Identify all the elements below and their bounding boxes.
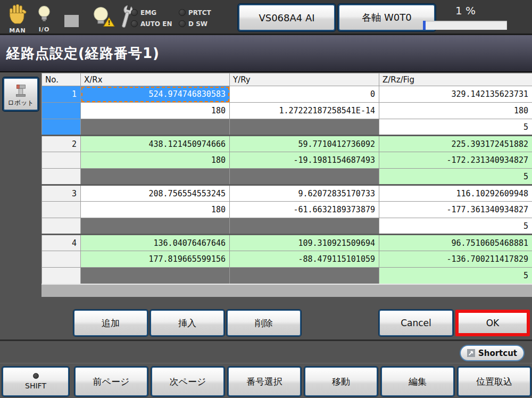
cell-y-g4-r2[interactable] <box>230 268 379 284</box>
led-panel: EMGPRTCTAUTO END SW <box>131 7 238 29</box>
row-number-cell[interactable]: 1 <box>42 86 81 103</box>
move-button[interactable]: 移動 <box>304 367 378 396</box>
prev-page-button[interactable]: 前ページ <box>74 367 148 396</box>
shortcut-button[interactable]: Shortcut <box>460 345 525 361</box>
insert-button[interactable]: 挿入 <box>150 310 225 336</box>
cell-z-g2-r1[interactable]: -172.231340934827 <box>379 152 532 169</box>
cell-x-g1-r2[interactable] <box>81 119 230 136</box>
led-emg: EMG <box>131 9 179 16</box>
row-number-cell[interactable] <box>42 169 81 185</box>
position-capture-button[interactable]: 位置取込 <box>458 367 531 396</box>
cell-z-g1-r0[interactable]: 329.142135623731 <box>379 86 532 103</box>
cell-x-g4-r2[interactable] <box>81 268 230 284</box>
cell-x-g4-r1[interactable]: 177.819665599156 <box>81 251 230 268</box>
cell-z-g1-r2[interactable]: 5 <box>379 119 532 136</box>
robot-sidebar-button[interactable]: ロボット <box>3 78 38 111</box>
cell-x-g3-r2[interactable] <box>81 218 230 235</box>
page-title: 経路点設定(経路番号1) <box>6 44 160 63</box>
bulb-warning-icon: ! <box>92 6 115 29</box>
cell-z-g2-r0[interactable]: 225.393172451882 <box>379 136 532 152</box>
delete-button[interactable]: 削除 <box>227 310 301 336</box>
cell-z-g4-r0[interactable]: 96.7510605468881 <box>379 235 532 251</box>
bulb-icon <box>37 5 51 23</box>
cell-x-g1-r1[interactable]: 180 <box>81 103 230 119</box>
shortcut-arrow-icon <box>467 349 475 357</box>
cell-z-g1-r1[interactable]: 180 <box>379 103 532 119</box>
cell-z-g3-r2[interactable]: 5 <box>379 218 532 235</box>
table-row: 5 <box>42 268 532 284</box>
mode-button[interactable]: 各軸 W0T0 <box>338 4 435 31</box>
shift-label: SHIFT <box>25 382 46 390</box>
row-number-cell[interactable] <box>42 152 81 169</box>
led-d-sw: D SW <box>179 20 238 28</box>
row-number-cell[interactable] <box>42 202 81 218</box>
shift-led-icon <box>33 373 39 379</box>
cell-y-g2-r2[interactable] <box>230 169 379 185</box>
table-row: 180-61.6632189373879-177.361340934827 <box>42 202 532 218</box>
cell-x-g2-r1[interactable]: 180 <box>81 152 230 169</box>
row-number-cell[interactable] <box>42 218 81 235</box>
row-number-cell[interactable]: 4 <box>42 235 81 251</box>
row-number-cell[interactable]: 2 <box>42 136 81 152</box>
cell-z-g3-r1[interactable]: -177.361340934827 <box>379 202 532 218</box>
cell-z-g3-r0[interactable]: 116.10292609948 <box>379 185 532 202</box>
led-dot-icon <box>131 9 138 16</box>
empty-cell <box>230 284 379 297</box>
cell-y-g3-r0[interactable]: 9.62072835170733 <box>230 185 379 202</box>
cell-y-g2-r1[interactable]: -19.1981154687493 <box>230 152 379 169</box>
table-row: 5 <box>42 218 532 235</box>
led-prtct: PRTCT <box>179 9 238 16</box>
cell-y-g4-r1[interactable]: -88.479115101059 <box>230 251 379 268</box>
cell-z-g4-r1[interactable]: -136.700211417829 <box>379 251 532 268</box>
function-key-bar: SHIFT 前ページ 次ページ 番号選択 移動 編集 位置取込 <box>0 363 532 398</box>
cell-x-g4-r0[interactable]: 136.04076467646 <box>81 235 230 251</box>
cell-y-g1-r2[interactable] <box>230 119 379 136</box>
cell-x-g3-r0[interactable]: 208.756554553245 <box>81 185 230 202</box>
cell-x-g2-r0[interactable]: 438.121450974666 <box>81 136 230 152</box>
cell-y-g3-r1[interactable]: -61.6632189373879 <box>230 202 379 218</box>
led-label: PRTCT <box>188 9 211 16</box>
ok-button[interactable]: OK <box>455 310 530 336</box>
cell-y-g1-r1[interactable]: 1.27222187258541E-14 <box>230 103 379 119</box>
teach-pendant-screen: MAN I/O ! EMGP <box>0 0 532 398</box>
cell-y-g4-r0[interactable]: 109.310921509694 <box>230 235 379 251</box>
manual-mode-indicator: MAN <box>7 4 28 34</box>
cell-y-g1-r0[interactable]: 0 <box>230 86 379 103</box>
empty-cell <box>42 284 81 297</box>
svg-text:!: ! <box>107 19 111 27</box>
cell-y-g2-r0[interactable]: 59.7710412736092 <box>230 136 379 152</box>
number-select-button[interactable]: 番号選択 <box>228 367 301 396</box>
cell-x-g2-r2[interactable] <box>81 169 230 185</box>
row-number-cell[interactable] <box>42 268 81 284</box>
cell-z-g2-r2[interactable]: 5 <box>379 169 532 185</box>
row-number-cell[interactable]: 3 <box>42 185 81 202</box>
cell-z-g4-r2[interactable]: 5 <box>379 268 532 284</box>
empty-table-strip <box>42 284 532 297</box>
led-dot-icon <box>179 20 186 27</box>
table-row: 5 <box>42 169 532 185</box>
robot-sidebar-label: ロボット <box>4 98 37 107</box>
shortcut-label: Shortcut <box>478 349 517 358</box>
row-number-cell[interactable] <box>42 103 81 119</box>
empty-cell <box>81 284 230 297</box>
speed-progress-bar <box>423 21 507 30</box>
row-number-cell[interactable] <box>42 119 81 136</box>
row-number-cell[interactable] <box>42 251 81 268</box>
cancel-button[interactable]: Cancel <box>379 310 453 336</box>
path-point-table: No. X/Rx Y/Ry Z/Rz/Fig 1524.974746830583… <box>41 73 532 297</box>
led-label: AUTO EN <box>140 20 172 28</box>
led-label: EMG <box>140 9 156 16</box>
robot-type-button[interactable]: VS068A4 AI <box>238 4 335 31</box>
table-row: 5 <box>42 119 532 136</box>
cell-x-g3-r1[interactable]: 180 <box>81 202 230 218</box>
square-icon <box>64 15 79 27</box>
table-row: 2438.12145097466659.7710412736092225.393… <box>42 136 532 152</box>
cell-y-g3-r2[interactable] <box>230 218 379 235</box>
add-button[interactable]: 追加 <box>73 310 148 336</box>
edit-button[interactable]: 編集 <box>381 367 454 396</box>
table-row: 1801.27222187258541E-14180 <box>42 103 532 119</box>
next-page-button[interactable]: 次ページ <box>151 367 225 396</box>
cell-x-g1-r0[interactable]: 524.974746830583 <box>81 86 230 103</box>
hand-icon <box>8 4 27 24</box>
shift-button[interactable]: SHIFT <box>2 367 69 396</box>
